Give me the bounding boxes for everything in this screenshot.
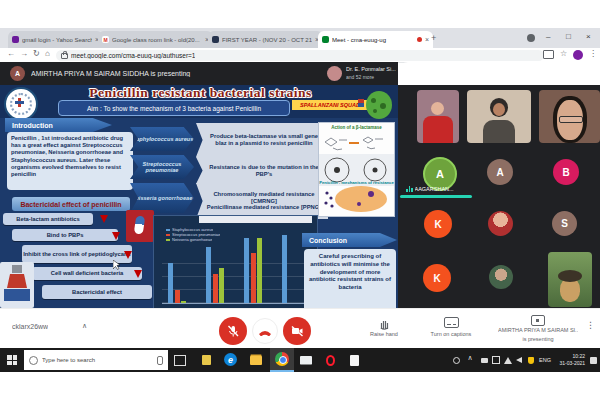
back-icon[interactable]: ←	[7, 49, 15, 58]
captions-icon[interactable]	[444, 317, 459, 328]
camera-off-icon	[290, 324, 304, 338]
tray-monitor-icon[interactable]	[492, 356, 500, 364]
microbe-mascot	[358, 87, 396, 125]
opera-icon[interactable]	[322, 352, 338, 368]
participant-avatar-b[interactable]: B	[553, 159, 579, 185]
figure-panel: Action of a β-lactamase Penicillin - mec…	[318, 122, 395, 217]
window-close-button[interactable]: ×	[586, 32, 591, 41]
window-minimize-button[interactable]: –	[546, 32, 550, 41]
chart-bar	[181, 301, 186, 303]
tray-network-icon[interactable]	[504, 356, 512, 364]
video-tile[interactable]	[417, 90, 459, 143]
tab-meet-active[interactable]: Meet - cma-euug-ug ×	[318, 31, 433, 48]
slide-title: Penicillin resistant bacterial strains	[48, 85, 353, 101]
speaking-participant-label: AAGARSHAN...	[406, 186, 476, 192]
participants-panel: A A B AAGARSHAN... K S K	[398, 85, 600, 308]
tab-favicon	[212, 36, 219, 43]
captions-label[interactable]: Turn on captions	[420, 331, 482, 337]
tab-first-year[interactable]: FIRST YEAR - (NOV 20 - OCT 21... ×	[208, 31, 323, 48]
chart-bar	[257, 238, 262, 303]
flow-arrow-icon	[112, 232, 120, 240]
participant-photo-avatar[interactable]	[489, 265, 513, 289]
mail-icon[interactable]	[298, 352, 314, 368]
tray-volume-icon[interactable]	[515, 356, 523, 364]
url-field[interactable]: meet.google.com/cma-euug-ug/authuser=1	[56, 50, 544, 61]
tray-shield-icon[interactable]	[527, 356, 535, 364]
file-explorer-icon[interactable]	[248, 352, 264, 368]
language-indicator[interactable]: ENG	[539, 357, 551, 363]
profile-avatar[interactable]	[573, 50, 583, 60]
tab-classroom-link[interactable]: M Google class room link - old(20... ×	[98, 31, 213, 48]
bookmark-star-icon[interactable]: ☆	[560, 49, 567, 58]
mechanism-3-line-2: Penicillinase mediated resistance [PPNG]	[207, 204, 321, 211]
tab-favicon	[12, 36, 19, 43]
forward-icon[interactable]: →	[20, 49, 28, 58]
cast-icon[interactable]	[543, 50, 554, 59]
meet-control-bar: cklarx26ww ∧ Raise hand	[0, 308, 600, 349]
taskbar-search-box[interactable]: Type here to search	[24, 350, 168, 370]
store-icon[interactable]	[198, 352, 214, 368]
raise-hand-label[interactable]: Raise hand	[358, 331, 410, 337]
participant-photo-avatar[interactable]	[488, 211, 513, 236]
resistance-chart-plot	[162, 225, 309, 304]
tray-show-hidden-icon[interactable]: ∧	[466, 354, 474, 362]
start-button[interactable]	[4, 352, 20, 368]
tab-title: Google class room link - old(20...	[112, 37, 202, 43]
slide-aim: Aim : To show the mechanism of 3 bacteri…	[58, 100, 290, 116]
action-center-icon[interactable]	[589, 356, 597, 364]
gmail-favicon: M	[102, 36, 109, 43]
antibiotic-capsule-image	[126, 210, 154, 242]
presenting-sub-label: is presenting	[498, 336, 578, 342]
mechanism-3-line-1: Chromosomally mediated resistance [CMRNG…	[204, 191, 324, 205]
tab-yahoo-search[interactable]: gmail login - Yahoo Search Res... ×	[8, 31, 103, 48]
browser-extension-icon[interactable]	[527, 34, 535, 42]
flow-step-1: Beta-lactam antibiotics	[3, 213, 93, 225]
meeting-details-caret-icon[interactable]: ∧	[82, 322, 87, 330]
search-icon	[29, 356, 38, 365]
chart-bar	[175, 290, 180, 303]
task-view-icon[interactable]	[172, 352, 188, 368]
notepad-icon[interactable]	[346, 352, 362, 368]
browser-menu-icon[interactable]: ⋮	[589, 49, 597, 58]
new-tab-button[interactable]: +	[431, 33, 436, 43]
edge-icon[interactable]: e	[224, 353, 237, 366]
leave-call-button[interactable]	[252, 318, 278, 344]
participant-avatar-s[interactable]: S	[552, 211, 577, 236]
bacteria-chevron-strep: Streptococcus pneumoniae	[130, 155, 194, 179]
presenter-avatar: A	[10, 66, 25, 81]
camera-off-button[interactable]	[283, 317, 311, 345]
chrome-icon-active[interactable]	[270, 348, 294, 372]
tray-camera-icon[interactable]	[480, 356, 488, 364]
tray-people-icon[interactable]	[452, 356, 460, 364]
home-icon[interactable]: ⌂	[45, 49, 50, 58]
mic-off-button[interactable]	[219, 317, 247, 345]
clock-date[interactable]: 31-03-2021	[557, 360, 585, 366]
participant-more: and 52 more	[346, 74, 396, 80]
chart-title-strip	[199, 216, 312, 223]
meeting-code[interactable]: cklarx26ww	[12, 323, 48, 330]
video-tile[interactable]	[539, 90, 600, 143]
presenting-icon	[531, 315, 545, 326]
chart-bar	[282, 235, 287, 303]
participant-avatar-k1[interactable]: K	[424, 210, 452, 238]
bactericidal-heading: Bactericidal effect of penicillin	[12, 197, 130, 211]
tab-close-icon[interactable]: ×	[425, 36, 429, 43]
clock-time[interactable]: 10:22	[557, 353, 585, 359]
participant-avatar-a2[interactable]: A	[487, 159, 513, 185]
window-restore-button[interactable]: □	[566, 32, 571, 41]
presenting-banner-text: AMIRTHA PRIYA M SAIRAM SIDDHA is present…	[31, 70, 311, 77]
mouse-cursor	[113, 260, 120, 270]
tab-title: Meet - cma-euug-ug	[332, 37, 414, 43]
speaking-name: AAGARSHAN...	[415, 186, 454, 192]
chart-bar	[168, 263, 173, 303]
video-tile-outdoor[interactable]	[548, 252, 592, 307]
more-options-icon[interactable]: ⋮	[586, 320, 595, 330]
bacteria-chevron-staph: Staphylococcus aureus	[130, 127, 194, 151]
participant-avatar-k2[interactable]: K	[423, 264, 451, 292]
refresh-icon[interactable]: ↻	[33, 49, 40, 58]
speaking-indicator-bar	[400, 195, 472, 198]
video-tile[interactable]	[467, 90, 531, 143]
presentation-slide: Penicillin resistant bacterial strains A…	[0, 85, 398, 312]
chart-bar	[219, 268, 224, 303]
lock-icon	[61, 53, 68, 59]
